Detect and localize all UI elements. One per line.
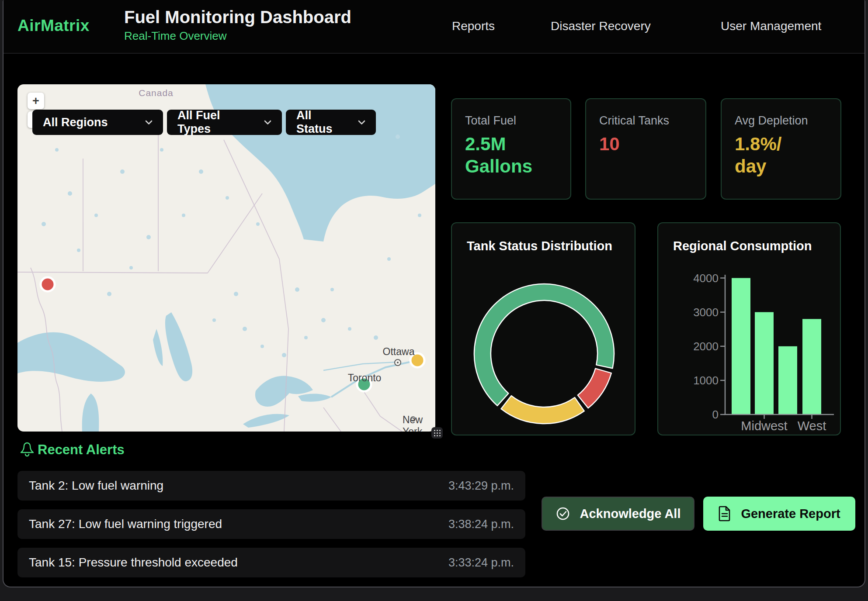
alert-timestamp: 3:43:29 p.m. xyxy=(448,479,514,493)
alert-message: Tank 2: Low fuel warning xyxy=(29,479,163,493)
tank-status-donut-chart xyxy=(452,253,636,436)
y-axis-tick-label: 0 xyxy=(712,408,719,421)
y-axis-tick-label: 4000 xyxy=(693,272,719,285)
y-axis-tick-label: 2000 xyxy=(693,340,719,353)
filter-status-label: All Status xyxy=(296,109,349,136)
check-circle-icon xyxy=(556,506,570,521)
filter-status-dropdown[interactable]: All Status xyxy=(286,110,376,135)
donut-chart-title: Tank Status Distribution xyxy=(467,239,612,253)
tank-marker-critical[interactable] xyxy=(41,277,55,291)
stat-value: 1.8%/day xyxy=(735,133,827,177)
x-axis-tick-label: Midwest xyxy=(741,419,787,433)
nav-user-management[interactable]: User Management xyxy=(721,19,821,33)
stat-value: 2.5MGallons xyxy=(465,133,557,177)
stat-label: Total Fuel xyxy=(465,114,557,128)
stat-value: 10 xyxy=(599,133,692,155)
chevron-down-icon xyxy=(145,120,153,125)
acknowledge-all-label: Acknowledge All xyxy=(580,507,681,521)
stat-card-avg-depletion: Avg Depletion 1.8%/day xyxy=(721,98,841,200)
alert-timestamp: 3:38:24 p.m. xyxy=(448,518,514,531)
map-filters: All Regions All Fuel Types All Status xyxy=(32,110,376,135)
generate-report-label: Generate Report xyxy=(741,507,840,521)
brand-logo: AirMatrix xyxy=(17,17,90,35)
filter-regions-label: All Regions xyxy=(43,116,108,129)
bar-1 xyxy=(755,312,774,414)
donut-segment-critical xyxy=(578,369,611,408)
regional-consumption-card: Regional Consumption 01000200030004000Mi… xyxy=(657,222,841,435)
stat-label: Avg Depletion xyxy=(735,114,827,128)
page-subtitle: Real-Time Overview xyxy=(124,28,351,44)
chevron-down-icon xyxy=(264,120,271,125)
bar-2 xyxy=(778,346,797,414)
map-label-ottawa: Ottawa xyxy=(383,346,415,358)
bell-icon xyxy=(19,441,34,457)
map-label-canada: Canada xyxy=(139,88,174,98)
bar-3 xyxy=(802,319,821,414)
map-label-newyork: New York xyxy=(403,414,424,432)
acknowledge-all-button[interactable]: Acknowledge All xyxy=(542,497,694,531)
generate-report-button[interactable]: Generate Report xyxy=(703,497,855,531)
tank-status-card: Tank Status Distribution xyxy=(451,222,635,435)
map-label-toronto: Toronto xyxy=(348,372,382,384)
alert-row: Tank 2: Low fuel warning 3:43:29 p.m. xyxy=(17,471,525,501)
filter-fuel-types-label: All Fuel Types xyxy=(177,109,255,136)
nav-reports[interactable]: Reports xyxy=(452,19,495,33)
map-panel[interactable]: Canada Ottawa Toronto New York + All Reg… xyxy=(17,84,435,432)
donut-segment-warning xyxy=(501,396,584,424)
title-block: Fuel Monitoring Dashboard Real-Time Over… xyxy=(124,6,351,44)
regional-consumption-bar-chart: 01000200030004000MidwestWest xyxy=(658,223,842,436)
bar-0 xyxy=(732,278,750,415)
filter-regions-dropdown[interactable]: All Regions xyxy=(32,110,163,135)
nav-disaster-recovery[interactable]: Disaster Recovery xyxy=(551,19,651,33)
stat-card-total-fuel: Total Fuel 2.5MGallons xyxy=(451,98,571,200)
recent-alerts-title: Recent Alerts xyxy=(38,442,125,458)
stat-label: Critical Tanks xyxy=(599,114,692,128)
alert-message: Tank 15: Pressure threshold exceeded xyxy=(29,556,238,570)
document-icon xyxy=(718,506,731,522)
alert-timestamp: 3:33:24 p.m. xyxy=(448,556,514,570)
x-axis-tick-label: West xyxy=(798,419,826,433)
app-window: AirMatrix Fuel Monitoring Dashboard Real… xyxy=(3,0,865,587)
chevron-down-icon xyxy=(358,120,365,125)
map-zoom-in-button[interactable]: + xyxy=(28,93,44,109)
alert-message: Tank 27: Low fuel warning triggered xyxy=(29,517,222,531)
alert-row: Tank 15: Pressure threshold exceeded 3:3… xyxy=(17,548,525,577)
filter-fuel-types-dropdown[interactable]: All Fuel Types xyxy=(167,110,282,135)
resize-grid-icon[interactable] xyxy=(431,427,443,439)
alert-row: Tank 27: Low fuel warning triggered 3:38… xyxy=(17,509,525,539)
y-axis-tick-label: 1000 xyxy=(693,374,719,387)
page-title: Fuel Monitoring Dashboard xyxy=(124,6,351,28)
header: AirMatrix Fuel Monitoring Dashboard Real… xyxy=(3,0,865,54)
stat-card-critical-tanks: Critical Tanks 10 xyxy=(585,98,706,200)
y-axis-tick-label: 3000 xyxy=(693,306,719,319)
